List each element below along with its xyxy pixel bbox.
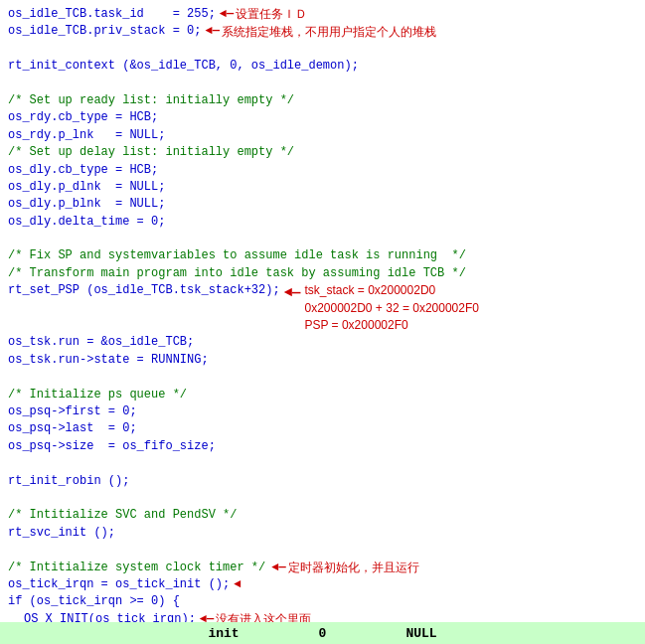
comment-psq: /* Initialize ps queue */ <box>8 387 637 403</box>
code-dly-dlnk: os_dly.p_dlnk = NULL; <box>8 179 637 196</box>
bottom-init: init <box>208 626 239 641</box>
main-container: os_idle_TCB.task_id = 255; ◄— 设置任务ＩＤ os_… <box>0 0 645 644</box>
code-os-tsk-state: os_tsk.run->state = RUNNING; <box>8 352 637 369</box>
comment-transform: /* Transform main program into idle task… <box>8 265 637 282</box>
blank-7 <box>8 542 637 559</box>
blank-1 <box>8 41 637 58</box>
code-line-rt-init: rt_init_context (&os_idle_TCB, 0, os_idl… <box>8 58 637 75</box>
blank-6 <box>8 490 637 507</box>
code-tick-irqn: os_tick_irqn = os_tick_init (); <box>8 576 230 593</box>
arrow-right-2: ◄— <box>205 23 219 40</box>
code-dly-blnk: os_dly.p_blnk = NULL; <box>8 196 637 213</box>
ann-tsk3: PSP = 0x200002F0 <box>304 317 478 334</box>
bottom-0: 0 <box>319 626 327 641</box>
code-rdy-lnk: os_rdy.p_lnk = NULL; <box>8 127 637 144</box>
ann-tsk2: 0x200002D0 + 32 = 0x200002F0 <box>304 300 478 317</box>
code-rt-robin: rt_init_robin (); <box>8 473 637 490</box>
code-if-tick: if (os_tick_irqn >= 0) { <box>8 593 637 610</box>
comment-ready: /* Set up ready list: initially empty */ <box>8 92 637 109</box>
code-block: os_idle_TCB.task_id = 255; ◄— 设置任务ＩＤ os_… <box>8 6 637 644</box>
bottom-null: NULL <box>405 626 436 641</box>
arrow-tick: ◄ <box>234 576 241 593</box>
arrow-clock: ◄— <box>271 560 285 576</box>
bottom-bar: init 0 NULL <box>0 622 645 644</box>
code-line-1: os_idle_TCB.task_id = 255; <box>8 6 216 23</box>
comment-fix-sp: /* Fix SP and systemvariables to assume … <box>8 247 637 264</box>
code-dly-cb: os_dly.cb_type = HCB; <box>8 162 637 179</box>
annotation-task-id: 设置任务ＩＤ <box>236 6 307 23</box>
ann-tsk1: tsk_stack = 0x200002D0 <box>304 282 478 299</box>
annotation-timer: 定时器初始化，并且运行 <box>288 560 419 576</box>
annotation-tsk-stack-block: tsk_stack = 0x200002D0 0x200002D0 + 32 =… <box>304 282 478 334</box>
arrow-psp: ◄— <box>284 282 301 302</box>
code-psq-last: os_psq->last = 0; <box>8 420 637 437</box>
code-svc-init: rt_svc_init (); <box>8 525 637 542</box>
arrow-right-1: ◄— <box>220 6 234 23</box>
blank-3 <box>8 231 637 247</box>
blank-4 <box>8 369 637 386</box>
comment-delay: /* Set up delay list: initially empty */ <box>8 144 637 161</box>
code-rdy-cb: os_rdy.cb_type = HCB; <box>8 109 637 126</box>
code-os-tsk-run: os_tsk.run = &os_idle_TCB; <box>8 334 637 351</box>
comment-svc: /* Intitialize SVC and PendSV */ <box>8 507 637 524</box>
code-psq-first: os_psq->first = 0; <box>8 403 637 420</box>
code-psq-size: os_psq->size = os_fifo_size; <box>8 438 637 455</box>
blank-5 <box>8 455 637 472</box>
annotation-priv-stack: 系统指定堆栈，不用用户指定个人的堆栈 <box>222 24 436 41</box>
blank-2 <box>8 76 637 92</box>
code-line-2: os_idle_TCB.priv_stack = 0; <box>8 23 201 40</box>
comment-clock: /* Intitialize system clock timer */ <box>8 560 265 576</box>
code-rt-set-psp: rt_set_PSP (os_idle_TCB.tsk_stack+32); <box>8 282 280 299</box>
code-dly-delta: os_dly.delta_time = 0; <box>8 214 637 231</box>
